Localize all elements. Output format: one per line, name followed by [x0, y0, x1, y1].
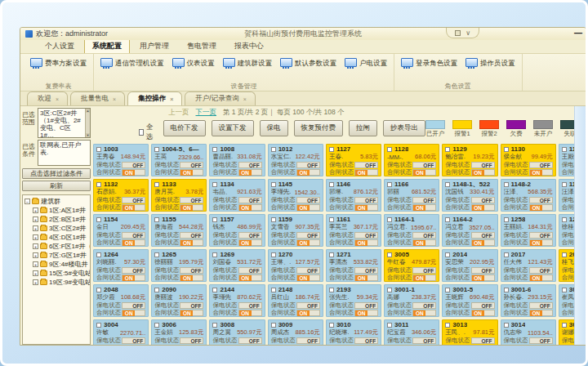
meter-card[interactable]: 1157钱杰486.99元保电状态OFF合闸状态ON — [209, 214, 265, 247]
protect-off-toggle[interactable]: OFF — [122, 197, 145, 203]
card-checkbox[interactable] — [504, 252, 509, 257]
protect-off-toggle[interactable]: OFF — [180, 337, 203, 344]
card-checkbox[interactable] — [329, 217, 334, 222]
switch-on-toggle[interactable]: ON — [238, 345, 262, 346]
tab-close-icon[interactable]: × — [243, 96, 247, 102]
protect-off-toggle[interactable]: OFF — [529, 267, 553, 274]
menu-item-3[interactable]: 售电管理 — [179, 38, 225, 53]
protect-off-toggle[interactable]: OFF — [412, 337, 436, 344]
switch-on-toggle[interactable]: ON — [296, 204, 320, 211]
card-checkbox[interactable] — [212, 147, 217, 152]
meter-card[interactable]: 3008周之翼550.97元保电状态OFF合闸状态ON — [209, 319, 265, 346]
protect-off-toggle[interactable]: OFF — [471, 162, 495, 168]
action-button-2[interactable]: 保电 — [260, 120, 288, 136]
card-checkbox[interactable] — [387, 288, 392, 292]
switch-on-toggle[interactable]: ON — [412, 310, 436, 316]
meter-card[interactable]: 1128-MM-.68.06元保电状态OFF合闸状态ON — [384, 144, 439, 176]
switch-on-toggle[interactable]: ON — [354, 274, 378, 281]
card-checkbox[interactable] — [445, 182, 450, 187]
switch-on-toggle[interactable]: ON — [412, 204, 436, 211]
expand-icon[interactable]: + — [33, 252, 38, 258]
card-checkbox[interactable] — [212, 182, 217, 187]
protect-off-toggle[interactable]: OFF — [122, 302, 145, 309]
tab-close-icon[interactable]: × — [113, 96, 116, 102]
switch-on-toggle[interactable]: ON — [296, 274, 320, 281]
protect-off-toggle[interactable]: OFF — [122, 267, 145, 274]
meter-card[interactable]: 1164-2冯立君3527.05..保电状态OFF合闸状态ON — [442, 214, 497, 247]
meter-card[interactable]: 2090唐丽波190.22元保电状态OFF合闸状态ON — [151, 284, 207, 317]
switch-on-toggle[interactable]: ON — [471, 239, 495, 246]
menu-item-4[interactable]: 报表中心 — [226, 38, 272, 53]
switch-on-toggle[interactable]: ON — [471, 274, 495, 281]
meter-card[interactable]: 1008曹晶丽.331.08元保电状态OFF合闸状态ON — [209, 144, 265, 176]
meter-card[interactable]: 1130侯金献99.49元保电状态OFF合闸状态ON — [501, 144, 556, 176]
tree-item-4[interactable]: +6区:F区1#井（F… — [33, 242, 90, 251]
meter-card[interactable]: 2017任大伟121.43元保电状态OFF合闸状态ON — [501, 249, 556, 282]
action-button-4[interactable]: 拉闸 — [349, 120, 377, 136]
meter-card[interactable]: 3001-1高娜238.37元保电状态OFF合闸状态ON — [384, 284, 439, 317]
switch-on-toggle[interactable]: ON — [529, 310, 553, 316]
card-checkbox[interactable] — [445, 288, 450, 292]
protect-off-toggle[interactable]: OFF — [296, 337, 320, 344]
menu-item-0[interactable]: 个人设置 — [37, 38, 82, 53]
card-checkbox[interactable] — [562, 182, 567, 187]
ribbon-item-1-3[interactable]: 默认参数设置 — [276, 58, 341, 69]
card-checkbox[interactable] — [96, 147, 101, 152]
ribbon-item-1-0[interactable]: 通信管理机设置 — [96, 58, 168, 69]
card-checkbox[interactable] — [212, 323, 217, 328]
switch-on-toggle[interactable]: ON — [238, 239, 262, 246]
protect-off-toggle[interactable]: OFF — [238, 267, 262, 274]
meter-card[interactable]: 1129鲍冶雷.19.23元保电状态OFF合闸状态ON — [442, 144, 497, 176]
protect-off-toggle[interactable]: OFF — [296, 267, 320, 274]
expand-icon[interactable]: + — [33, 243, 38, 249]
protect-off-toggle[interactable]: OFF — [471, 197, 495, 203]
meter-card[interactable]: 2148吕红山186.74元保电状态OFF合闸状态ON — [268, 284, 323, 317]
skin-icon[interactable] — [455, 30, 461, 36]
protect-off-toggle[interactable]: OFF — [296, 162, 320, 168]
action-button-1[interactable]: 设置下发 — [212, 120, 254, 136]
protect-off-toggle[interactable]: OFF — [238, 337, 262, 344]
card-checkbox[interactable] — [504, 288, 509, 292]
meter-card[interactable]: 3001-5王晓辉690.48元保电状态OFF合闸状态ON — [442, 284, 497, 317]
meter-card[interactable]: 1127王春.5.83元保电状态OFF合闸状态ON — [326, 144, 381, 176]
card-checkbox[interactable] — [212, 217, 217, 222]
card-checkbox[interactable] — [387, 147, 392, 152]
card-checkbox[interactable] — [387, 182, 392, 187]
tree-root[interactable]: −建筑群 — [24, 197, 90, 206]
card-checkbox[interactable] — [504, 147, 509, 152]
meter-card[interactable]: 3013王民、.97.81元保电状态OFF合闸状态ON — [442, 319, 497, 346]
scope-textbox[interactable]: 3区:C区2#井（1#变电、2#变电、C区1#… ▲▼ — [38, 108, 91, 138]
select-all[interactable]: 全选 — [139, 123, 155, 142]
meter-card[interactable]: 1161李英兰367.17元保电状态OFF合闸状态ON — [326, 214, 381, 247]
switch-on-toggle[interactable]: ON — [529, 169, 553, 176]
switch-on-toggle[interactable]: ON — [238, 169, 262, 176]
meter-card[interactable]: 1146郭琳.876.12元保电状态OFF合闸状态ON — [326, 179, 381, 212]
protect-off-toggle[interactable]: OFF — [471, 302, 495, 309]
meter-card[interactable]: 1012水宝仁.122.42元保电状态OFF合闸状态ON — [268, 144, 323, 176]
protect-off-toggle[interactable]: OFF — [529, 232, 553, 239]
card-checkbox[interactable] — [271, 182, 276, 187]
next-page-link[interactable]: 下一页 — [196, 108, 217, 118]
card-checkbox[interactable] — [96, 323, 101, 328]
card-checkbox[interactable] — [271, 323, 276, 328]
protect-off-toggle[interactable]: OFF — [180, 232, 203, 239]
switch-on-toggle[interactable]: ON — [180, 345, 203, 346]
protect-off-toggle[interactable]: OFF — [296, 232, 320, 239]
switch-on-toggle[interactable]: ON — [180, 310, 203, 316]
tree-item-2[interactable]: +3区:C区2#井（1… — [33, 224, 90, 233]
protect-off-toggle[interactable]: OFF — [354, 197, 378, 203]
protect-off-toggle[interactable]: OFF — [180, 162, 203, 168]
meter-card[interactable]: 1265徐丽丽195.79元保电状态OFF合闸状态ON — [151, 249, 207, 282]
meter-card[interactable]: 1132石彦娟.36.37元保电状态OFF合闸状态ON — [93, 179, 149, 212]
switch-on-toggle[interactable]: ON — [412, 169, 436, 176]
switch-on-toggle[interactable]: ON — [180, 169, 203, 176]
tab-1[interactable]: 批量售电× — [70, 92, 125, 105]
tree-item-8[interactable]: +19区:9#变电站（… — [33, 278, 90, 287]
meter-card[interactable]: 1003王秀春148.94元保电状态OFF合闸状态ON — [93, 144, 149, 176]
card-checkbox[interactable] — [562, 147, 567, 152]
card-checkbox[interactable] — [504, 217, 509, 222]
protect-off-toggle[interactable]: OFF — [529, 162, 553, 168]
meter-card[interactable]: 2048郑少霞108.68元保电状态OFF合闸状态ON — [93, 284, 149, 317]
card-checkbox[interactable] — [329, 182, 334, 187]
card-checkbox[interactable] — [445, 252, 450, 257]
